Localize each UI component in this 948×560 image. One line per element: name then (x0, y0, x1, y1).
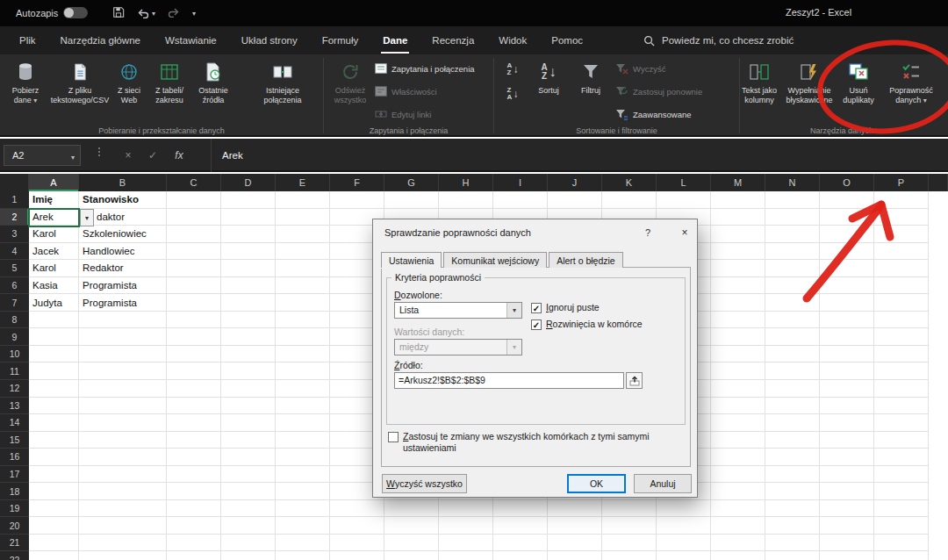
column-header-O[interactable]: O (820, 174, 874, 191)
cell-P14[interactable] (874, 414, 929, 432)
cell-E13[interactable] (276, 398, 330, 415)
cell-G21[interactable] (384, 535, 439, 552)
cell-O18[interactable] (820, 483, 874, 500)
cell-F22[interactable] (330, 551, 384, 560)
tab-pomoc[interactable]: Pomoc (539, 26, 595, 54)
cell-N14[interactable] (765, 414, 820, 432)
row-header-18[interactable]: 18 (0, 483, 29, 500)
tab-dane[interactable]: Dane (370, 26, 420, 54)
cell-M9[interactable] (711, 328, 765, 346)
cell-L22[interactable] (657, 551, 711, 560)
cell-C19[interactable] (167, 500, 221, 518)
column-header-P[interactable]: P (874, 174, 929, 191)
cell-P22[interactable] (874, 551, 929, 560)
cell-G1[interactable] (384, 191, 439, 209)
cell-A4[interactable]: Jacek (29, 243, 79, 261)
cell-C21[interactable] (167, 535, 221, 552)
cell-B13[interactable] (79, 398, 167, 415)
cell-D9[interactable] (221, 328, 276, 346)
cell-C8[interactable] (167, 312, 221, 329)
advanced-button[interactable]: Zaawansowane (615, 104, 692, 124)
cell-C2[interactable] (167, 209, 221, 226)
ignore-blank-checkbox[interactable]: ✓ Ignoruj puste (531, 302, 600, 313)
cell-C4[interactable] (167, 243, 221, 261)
cell-O7[interactable] (820, 294, 874, 312)
in-cell-dropdown-checkbox[interactable]: ✓ Rozwinięcia w komórce (531, 319, 643, 330)
cell-P13[interactable] (874, 398, 929, 415)
cell-N11[interactable] (765, 363, 820, 380)
cell-P19[interactable] (874, 500, 929, 518)
cell-M14[interactable] (711, 414, 765, 432)
formula-input[interactable]: Arek (211, 139, 948, 172)
cell-C13[interactable] (167, 398, 221, 415)
recent-sources-button[interactable]: Ostatnie źródła (191, 57, 235, 122)
row-header-12[interactable]: 12 (0, 380, 29, 398)
cell-M21[interactable] (711, 535, 765, 552)
row-header-9[interactable]: 9 (0, 328, 29, 346)
cell-C12[interactable] (167, 380, 221, 398)
cell-C7[interactable] (167, 294, 221, 312)
cell-A8[interactable] (29, 312, 79, 329)
cell-P18[interactable] (874, 483, 929, 500)
cell-E22[interactable] (276, 551, 330, 560)
cell-O12[interactable] (820, 380, 874, 398)
cell-A11[interactable] (29, 363, 79, 380)
cell-A18[interactable] (29, 483, 79, 500)
cell-M3[interactable] (711, 226, 765, 243)
cell-C14[interactable] (167, 414, 221, 432)
cell-F19[interactable] (330, 500, 384, 518)
cell-O15[interactable] (820, 432, 874, 449)
cell-C18[interactable] (167, 483, 221, 500)
column-header-H[interactable]: H (439, 174, 493, 191)
cell-O19[interactable] (820, 500, 874, 518)
cell-M18[interactable] (711, 483, 765, 500)
undo-caret-icon[interactable]: ▾ (152, 10, 155, 18)
cell-O4[interactable] (820, 243, 874, 261)
cell-O1[interactable] (820, 191, 874, 209)
cell-M10[interactable] (711, 346, 765, 363)
column-header-N[interactable]: N (765, 174, 820, 191)
cell-P1[interactable] (874, 191, 929, 209)
cell-I20[interactable] (493, 517, 548, 535)
save-icon[interactable] (112, 6, 125, 20)
cell-D17[interactable] (221, 466, 276, 484)
cell-B6[interactable]: Programista (79, 277, 167, 295)
cell-E10[interactable] (276, 346, 330, 363)
cell-G19[interactable] (384, 500, 439, 518)
existing-connections-button[interactable]: Istniejące połączenia (253, 57, 312, 122)
cell-N2[interactable] (765, 209, 820, 226)
cell-O8[interactable] (820, 312, 874, 329)
cell-A6[interactable]: Kasia (29, 277, 79, 295)
cell-E18[interactable] (276, 483, 330, 500)
sort-button[interactable]: AZ ↓ Sortuj (529, 57, 568, 122)
cell-C20[interactable] (167, 517, 221, 535)
cell-E9[interactable] (276, 328, 330, 346)
column-header-D[interactable]: D (221, 174, 276, 191)
cell-E15[interactable] (276, 432, 330, 449)
cell-O5[interactable] (820, 260, 874, 277)
clear-all-button[interactable]: Wyczyść wszystko (382, 474, 467, 493)
cell-N1[interactable] (765, 191, 820, 209)
text-to-columns-button[interactable]: Tekst jako kolumny (736, 57, 783, 122)
reapply-button[interactable]: Zastosuj ponownie (615, 82, 702, 101)
cell-I1[interactable] (493, 191, 548, 209)
cell-C5[interactable] (167, 260, 221, 277)
cell-B17[interactable] (79, 466, 167, 484)
cell-A21[interactable] (29, 535, 79, 552)
from-text-csv-button[interactable]: Z pliku tekstowego/CSV (51, 57, 109, 122)
cell-D5[interactable] (221, 260, 276, 277)
cell-C16[interactable] (167, 449, 221, 466)
cell-P2[interactable] (874, 209, 929, 226)
cell-M7[interactable] (711, 294, 765, 312)
column-header-L[interactable]: L (657, 174, 711, 191)
autosave-toggle[interactable] (63, 7, 88, 18)
cell-N22[interactable] (765, 551, 820, 560)
validation-dropdown-button[interactable]: ▾ (80, 209, 94, 226)
cancel-entry-icon[interactable]: × (118, 145, 139, 166)
row-header-11[interactable]: 11 (0, 363, 29, 380)
cell-A17[interactable] (29, 466, 79, 484)
row-header-10[interactable]: 10 (0, 346, 29, 363)
cell-H22[interactable] (439, 551, 493, 560)
cell-N17[interactable] (765, 466, 820, 484)
cell-L20[interactable] (657, 517, 711, 535)
